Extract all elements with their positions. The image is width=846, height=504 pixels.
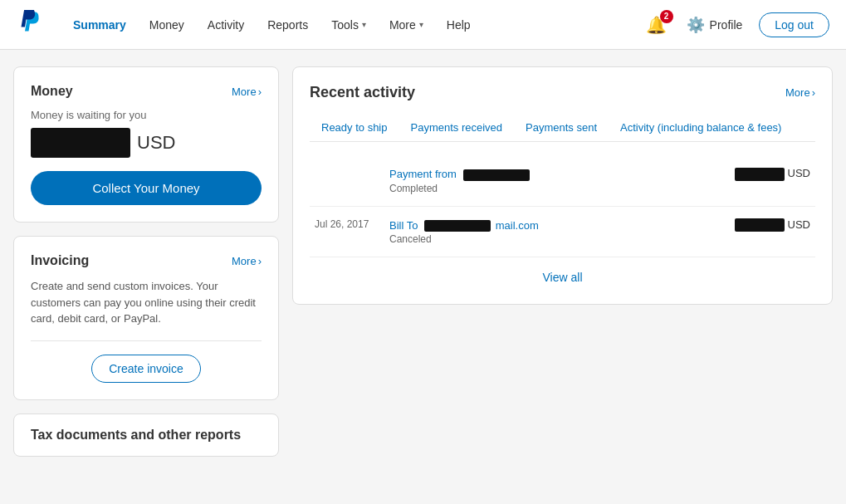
tx-amount: USD: [665, 206, 815, 257]
tax-card-title: Tax documents and other reports: [31, 428, 241, 442]
nav-right: 🔔 2 ⚙️ Profile Log out: [643, 12, 829, 38]
money-waiting-text: Money is waiting for you: [31, 109, 262, 121]
notifications-button[interactable]: 🔔 2: [643, 12, 670, 38]
tx-info: Bill To mail.com Canceled: [384, 206, 665, 257]
activity-header: Recent activity More ›: [310, 84, 815, 101]
amount-redacted: [735, 218, 785, 232]
view-all-link[interactable]: View all: [543, 271, 583, 284]
navigation: Summary Money Activity Reports Tools ▾ M…: [0, 0, 846, 50]
more-chevron-icon: ▾: [419, 20, 423, 29]
tx-date: [310, 155, 384, 206]
collect-money-button[interactable]: Collect Your Money: [31, 171, 262, 205]
right-column: Recent activity More › Ready to ship Pay…: [292, 66, 833, 457]
view-all: View all: [310, 257, 815, 287]
tx-type-link[interactable]: Payment from: [389, 168, 530, 180]
table-row: Jul 26, 2017 Bill To mail.com Canceled: [310, 206, 815, 257]
tx-date: Jul 26, 2017: [310, 206, 384, 257]
nav-links: Summary Money Activity Reports Tools ▾ M…: [63, 12, 643, 38]
tab-payments-sent[interactable]: Payments sent: [514, 115, 609, 142]
nav-more[interactable]: More ▾: [379, 12, 433, 38]
create-invoice-button[interactable]: Create invoice: [91, 355, 201, 383]
left-column: Money More › Money is waiting for you US…: [13, 66, 279, 457]
paypal-logo[interactable]: [17, 10, 43, 39]
divider: [31, 340, 262, 341]
invoicing-card: Invoicing More › Create and send custom …: [13, 236, 279, 400]
chevron-right-icon: ›: [258, 255, 262, 267]
chevron-right-icon: ›: [258, 86, 262, 98]
activity-card: Recent activity More › Ready to ship Pay…: [292, 66, 833, 305]
currency-label: USD: [137, 132, 175, 154]
chevron-right-icon: ›: [812, 86, 815, 99]
tools-chevron-icon: ▾: [362, 20, 366, 29]
nav-reports[interactable]: Reports: [257, 12, 318, 38]
money-card: Money More › Money is waiting for you US…: [13, 66, 279, 223]
logout-button[interactable]: Log out: [759, 12, 829, 37]
table-row: Payment from Completed USD: [310, 155, 815, 206]
tab-payments-received[interactable]: Payments received: [399, 115, 515, 142]
activity-table: Payment from Completed USD: [310, 155, 815, 257]
profile-label: Profile: [710, 18, 743, 32]
tx-amount: USD: [665, 155, 815, 206]
tx-link-row2[interactable]: Bill To mail.com: [389, 218, 660, 232]
profile-button[interactable]: ⚙️ Profile: [680, 12, 750, 37]
amount-redacted-block: [31, 128, 130, 158]
tab-activity-balance[interactable]: Activity (including balance & fees): [609, 115, 793, 142]
amount-redacted: [735, 168, 785, 181]
nav-activity[interactable]: Activity: [198, 12, 254, 38]
tax-card: Tax documents and other reports: [13, 413, 279, 457]
invoicing-more-link[interactable]: More ›: [232, 255, 262, 267]
nav-summary[interactable]: Summary: [63, 12, 136, 38]
money-amount: USD: [31, 128, 262, 158]
main-content: Money More › Money is waiting for you US…: [0, 50, 846, 473]
recipient-redacted: [424, 220, 491, 232]
recipient-redacted: [463, 169, 530, 181]
money-card-header: Money More ›: [31, 84, 262, 99]
money-more-link[interactable]: More ›: [232, 86, 262, 98]
invoicing-description: Create and send custom invoices. Your cu…: [31, 278, 262, 327]
invoicing-card-title: Invoicing: [31, 253, 89, 268]
nav-tools[interactable]: Tools ▾: [321, 12, 376, 38]
tx-status: Canceled: [389, 233, 660, 245]
nav-help[interactable]: Help: [437, 12, 481, 38]
tab-ready-to-ship[interactable]: Ready to ship: [310, 115, 399, 142]
money-card-title: Money: [31, 84, 73, 99]
tx-status: Completed: [389, 183, 660, 194]
gear-icon: ⚙️: [687, 16, 705, 34]
nav-money[interactable]: Money: [139, 12, 194, 38]
tx-type-link[interactable]: Bill To mail.com: [389, 219, 539, 232]
invoicing-card-header: Invoicing More ›: [31, 253, 262, 268]
tx-info: Payment from Completed: [384, 155, 665, 206]
notification-badge: 2: [660, 10, 673, 23]
tx-link-row1[interactable]: Payment from: [389, 167, 660, 181]
activity-more-link[interactable]: More ›: [785, 86, 815, 99]
activity-title: Recent activity: [310, 84, 415, 101]
activity-tabs: Ready to ship Payments received Payments…: [310, 115, 815, 142]
